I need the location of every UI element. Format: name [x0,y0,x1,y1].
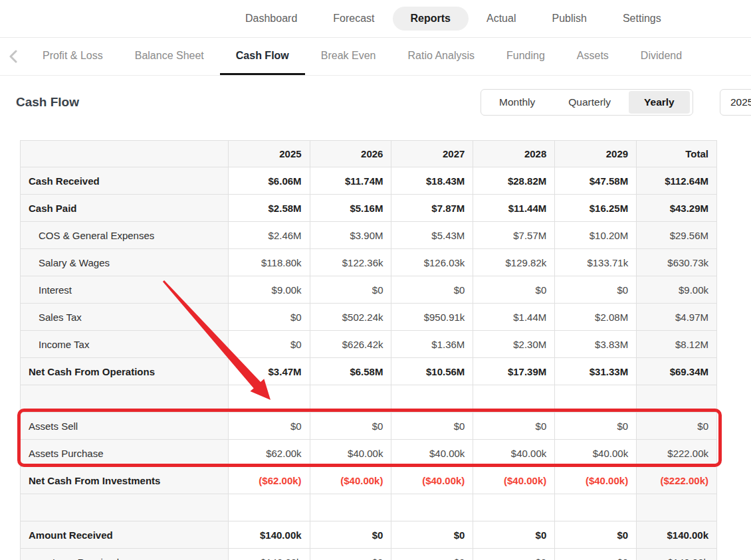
tab-cash-flow[interactable]: Cash Flow [220,38,305,75]
cell-value: $31.33M [555,358,637,385]
row-label: Amount Received [21,521,229,549]
row-label: Sales Tax [21,304,229,331]
row-label: Income Tax [21,331,229,358]
column-header-2028: 2028 [473,141,555,167]
cell-value: $630.73k [637,249,717,276]
column-header-2029: 2029 [555,141,637,167]
cell-value [637,494,717,521]
cell-value: $0 [555,276,637,304]
period-option-monthly[interactable]: Monthly [484,91,550,114]
cell-value: $28.82M [473,167,555,195]
cell-value: $0 [555,549,637,560]
nav-item-dashboard[interactable]: Dashboard [227,7,315,31]
nav-item-forecast[interactable]: Forecast [315,7,392,31]
cell-value: $0 [310,521,392,549]
cell-value: $0 [473,413,555,440]
cell-value [229,385,310,413]
tab-funding[interactable]: Funding [490,38,561,75]
table-row-interest: Interest$9.00k$0$0$0$0$9.00k [21,276,717,304]
row-label: Cash Paid [21,195,229,222]
cell-value: $3.83M [555,331,637,358]
cell-value: $3.90M [310,222,392,249]
nav-item-publish[interactable]: Publish [534,7,604,31]
table-row-cos-general-expenses: COS & General Expenses$2.46M$3.90M$5.43M… [21,222,717,249]
tab-assets[interactable]: Assets [561,38,625,75]
cell-value: $8.12M [637,331,717,358]
cell-value: $0 [229,413,310,440]
table-row-salary-wages: Salary & Wages$118.80k$122.36k$126.03k$1… [21,249,717,276]
tab-dividend[interactable]: Dividend [625,38,698,75]
column-header-2025: 2025 [229,141,310,167]
cell-value: $2.46M [229,222,310,249]
column-header-label [21,141,229,167]
cell-value: $47.58M [555,167,637,195]
table-row-amount-received: Amount Received$140.00k$0$0$0$0$140.00k [21,521,717,549]
nav-item-reports[interactable]: Reports [393,7,469,31]
cell-value [555,494,637,521]
cell-value: $18.43M [391,167,473,195]
cell-value: $626.42k [310,331,392,358]
row-label: Salary & Wages [21,249,229,276]
cell-value: $1.44M [473,304,555,331]
cell-value: $0 [310,549,392,560]
cell-value [391,494,473,521]
cell-value: $133.71k [555,249,637,276]
cell-value [555,385,637,413]
cell-value [473,494,555,521]
page-header: Cash Flow MonthlyQuarterlyYearly 2025 [0,76,751,129]
tab-ratio-analysis[interactable]: Ratio Analysis [392,38,491,75]
tabs-scroll-left-button[interactable] [0,38,27,75]
cell-value: $17.39M [473,358,555,385]
row-label: Interest [21,276,229,304]
cell-value [473,385,555,413]
cell-value: $4.97M [637,304,717,331]
row-label: Assets Sell [21,413,229,440]
cell-value: $0 [555,413,637,440]
cell-value [310,385,392,413]
table-row-spacer-12 [21,494,717,521]
cell-value: $7.87M [391,195,473,222]
cell-value: $69.34M [637,358,717,385]
table-row-cash-paid: Cash Paid$2.58M$5.16M$7.87M$11.44M$16.25… [21,195,717,222]
period-option-quarterly[interactable]: Quarterly [553,91,626,114]
cell-value: $29.56M [637,222,717,249]
cell-value: $112.64M [637,167,717,195]
cell-value: $10.56M [391,358,473,385]
year-range-label: 2025 [730,96,751,108]
tab-profit-loss[interactable]: Profit & Loss [27,38,119,75]
table-row-net-cash-from-investments: Net Cash From Investments($62.00k)($40.0… [21,467,717,494]
column-header-2027: 2027 [391,141,473,167]
cell-value: $2.08M [555,304,637,331]
table-row-assets-purchase: Assets Purchase$62.00k$40.00k$40.00k$40.… [21,440,717,467]
tab-balance-sheet[interactable]: Balance Sheet [119,38,220,75]
cell-value: $0 [473,521,555,549]
cell-value: $40.00k [473,440,555,467]
table-header-row: 20252026202720282029Total [21,141,717,167]
cell-value: $7.57M [473,222,555,249]
cell-value: $9.00k [637,276,717,304]
cell-value: $140.00k [229,521,310,549]
cell-value: $5.16M [310,195,392,222]
cell-value: $1.36M [391,331,473,358]
cell-value [637,385,717,413]
nav-item-settings[interactable]: Settings [605,7,679,31]
cell-value: $10.20M [555,222,637,249]
cell-value: $6.06M [229,167,310,195]
row-label: Net Cash From Investments [21,467,229,494]
cell-value: $118.80k [229,249,310,276]
cell-value: ($40.00k) [391,467,473,494]
year-range-selector[interactable]: 2025 [720,89,751,116]
cell-value: $0 [637,413,717,440]
table-row-sales-tax: Sales Tax$0$502.24k$950.91k$1.44M$2.08M$… [21,304,717,331]
cell-value: ($62.00k) [229,467,310,494]
cell-value: $16.25M [555,195,637,222]
nav-item-actual[interactable]: Actual [469,7,534,31]
cell-value: $122.36k [310,249,392,276]
cell-value: $0 [310,276,392,304]
cell-value: $62.00k [229,440,310,467]
period-option-yearly[interactable]: Yearly [629,91,690,114]
chevron-left-icon [9,50,18,63]
tab-break-even[interactable]: Break Even [305,38,392,75]
cell-value: ($40.00k) [555,467,637,494]
cell-value: $126.03k [391,249,473,276]
